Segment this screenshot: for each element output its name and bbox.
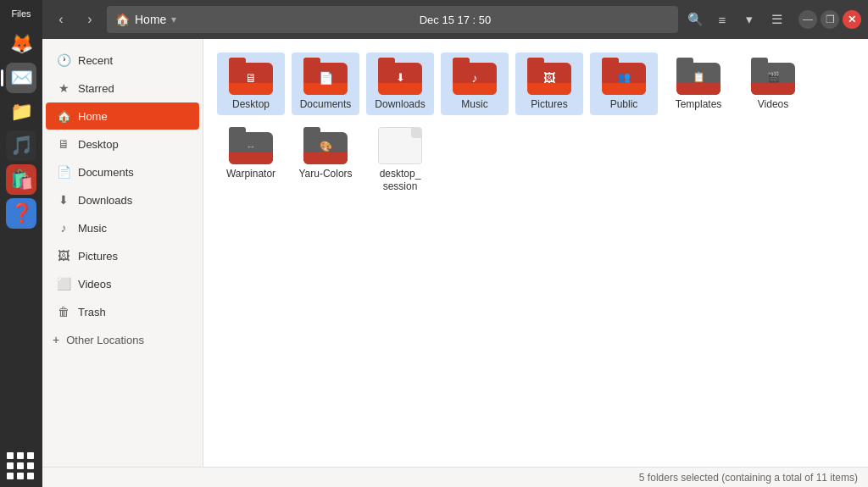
pictures-label: Pictures bbox=[531, 98, 567, 110]
file-item-music[interactable]: ♪ Music bbox=[441, 53, 509, 115]
dock-item-mail[interactable]: ✉️ bbox=[6, 63, 36, 93]
application-dock: Files 🦊 ✉️ 📁 🎵 🛍️ ❓ bbox=[0, 0, 42, 487]
sidebar-item-starred[interactable]: ★ Starred bbox=[46, 75, 199, 102]
sidebar-item-trash[interactable]: 🗑 Trash bbox=[46, 298, 199, 325]
dock-item-apps-grid[interactable] bbox=[6, 451, 36, 482]
downloads-folder-icon: ⬇ bbox=[378, 58, 422, 95]
sidebar-item-recent-label: Recent bbox=[78, 54, 113, 67]
sidebar-item-desktop[interactable]: 🖥 Desktop bbox=[46, 130, 199, 158]
sidebar-item-videos-label: Videos bbox=[78, 278, 112, 291]
warpinator-folder-icon: ↔ bbox=[229, 127, 273, 164]
sidebar-item-documents-label: Documents bbox=[78, 166, 134, 179]
downloads-icon: ⬇ bbox=[56, 193, 71, 207]
sidebar-item-music-label: Music bbox=[78, 222, 107, 235]
file-item-desktop-session[interactable]: desktop_session bbox=[366, 122, 434, 197]
sidebar-item-home-label: Home bbox=[78, 110, 108, 123]
documents-icon: 📄 bbox=[56, 165, 71, 179]
dock-item-store[interactable]: 🛍️ bbox=[6, 164, 36, 195]
file-item-templates[interactable]: 📋 Templates bbox=[665, 53, 732, 115]
desktop-icon: 🖥 bbox=[56, 137, 71, 151]
topbar: ‹ › 🏠 Home ▾ 🔍 ≡ ▾ ☰ — ❐ ✕ Dec 15 17 : 5… bbox=[42, 0, 868, 39]
downloads-label: Downloads bbox=[375, 98, 425, 110]
templates-folder-inner-icon: 📋 bbox=[693, 71, 705, 83]
file-item-warpinator[interactable]: ↔ Warpinator bbox=[217, 122, 285, 197]
yaru-colors-folder-inner-icon: 🎨 bbox=[320, 141, 332, 153]
sidebar-item-starred-label: Starred bbox=[78, 82, 114, 95]
sidebar-item-pictures-label: Pictures bbox=[78, 250, 118, 263]
recent-icon: 🕐 bbox=[56, 53, 71, 67]
activities-button[interactable]: Files bbox=[9, 5, 32, 22]
minimize-button[interactable]: — bbox=[798, 10, 817, 29]
file-item-desktop[interactable]: 🖥 Desktop bbox=[217, 53, 285, 115]
sidebar-item-home[interactable]: 🏠 Home bbox=[46, 102, 199, 130]
sidebar-item-downloads-label: Downloads bbox=[78, 194, 132, 207]
sidebar-item-other-locations[interactable]: + Other Locations bbox=[42, 326, 203, 353]
window-controls: — ❐ ✕ bbox=[798, 10, 861, 29]
music-folder-icon: ♪ bbox=[453, 58, 497, 95]
templates-label: Templates bbox=[676, 98, 722, 110]
file-area[interactable]: 🖥 Desktop 📄 Documents bbox=[203, 39, 868, 467]
desktop-session-file-icon bbox=[378, 127, 422, 164]
sidebar-item-downloads[interactable]: ⬇ Downloads bbox=[46, 186, 199, 213]
dock-item-files[interactable]: 📁 bbox=[6, 97, 36, 127]
location-bar[interactable]: 🏠 Home ▾ bbox=[107, 6, 678, 33]
location-text: Home bbox=[135, 13, 166, 26]
close-button[interactable]: ✕ bbox=[843, 10, 861, 29]
warpinator-folder-inner-icon: ↔ bbox=[246, 141, 256, 153]
yaru-colors-folder-icon: 🎨 bbox=[303, 127, 348, 164]
dock-item-firefox[interactable]: 🦊 bbox=[6, 29, 36, 59]
file-item-videos[interactable]: 🎬 Videos bbox=[739, 53, 807, 115]
maximize-button[interactable]: ❐ bbox=[821, 10, 839, 29]
file-item-public[interactable]: 👥 Public bbox=[590, 53, 658, 115]
documents-folder-inner-icon: 📄 bbox=[319, 71, 333, 85]
statusbar: 5 folders selected (containing a total o… bbox=[42, 467, 868, 487]
forward-button[interactable]: › bbox=[78, 8, 102, 31]
file-item-yaru-colors[interactable]: 🎨 Yaru-Colors bbox=[292, 122, 359, 197]
main-window: ‹ › 🏠 Home ▾ 🔍 ≡ ▾ ☰ — ❐ ✕ Dec 15 17 : 5… bbox=[42, 0, 868, 487]
public-folder-inner-icon: 👥 bbox=[618, 71, 631, 83]
pictures-folder-icon: 🖼 bbox=[527, 58, 571, 95]
starred-icon: ★ bbox=[56, 81, 71, 95]
file-item-documents[interactable]: 📄 Documents bbox=[292, 53, 359, 115]
file-grid: 🖥 Desktop 📄 Documents bbox=[217, 53, 854, 197]
dock-item-help[interactable]: ❓ bbox=[6, 198, 36, 229]
file-item-pictures[interactable]: 🖼 Pictures bbox=[515, 53, 583, 115]
videos-folder-inner-icon: 🎬 bbox=[767, 71, 780, 83]
music-label: Music bbox=[461, 98, 487, 110]
view-toggle-button[interactable]: ▾ bbox=[737, 8, 761, 31]
pictures-folder-inner-icon: 🖼 bbox=[543, 71, 555, 85]
sidebar-item-recent[interactable]: 🕐 Recent bbox=[46, 47, 199, 74]
yaru-colors-label: Yaru-Colors bbox=[298, 168, 352, 180]
other-locations-label: Other Locations bbox=[66, 334, 144, 346]
documents-folder-icon: 📄 bbox=[303, 58, 348, 95]
videos-file-label: Videos bbox=[758, 98, 788, 110]
sidebar-item-pictures[interactable]: 🖼 Pictures bbox=[46, 242, 199, 269]
documents-label: Documents bbox=[300, 98, 352, 110]
templates-folder-icon: 📋 bbox=[676, 58, 721, 95]
trash-icon: 🗑 bbox=[56, 305, 71, 318]
music-icon: ♪ bbox=[56, 221, 71, 235]
topbar-actions: 🔍 ≡ ▾ ☰ bbox=[683, 8, 788, 31]
sidebar: 🕐 Recent ★ Starred 🏠 Home 🖥 Desktop 📄 Do… bbox=[42, 39, 203, 467]
sidebar-item-music[interactable]: ♪ Music bbox=[46, 214, 199, 241]
dock-item-music[interactable]: 🎵 bbox=[6, 130, 36, 161]
desktop-folder-icon: 🖥 bbox=[229, 58, 273, 95]
back-button[interactable]: ‹ bbox=[49, 8, 73, 31]
public-label: Public bbox=[610, 98, 638, 110]
file-item-downloads[interactable]: ⬇ Downloads bbox=[366, 53, 434, 115]
public-folder-icon: 👥 bbox=[602, 58, 646, 95]
videos-folder-icon: 🎬 bbox=[751, 58, 795, 95]
search-button[interactable]: 🔍 bbox=[683, 8, 707, 31]
status-text: 5 folders selected (containing a total o… bbox=[639, 472, 858, 484]
sidebar-item-desktop-label: Desktop bbox=[78, 138, 119, 151]
view-list-button[interactable]: ≡ bbox=[710, 8, 734, 31]
home-sidebar-icon: 🏠 bbox=[56, 109, 71, 123]
other-locations-plus-icon: + bbox=[53, 333, 59, 346]
location-dropdown-arrow[interactable]: ▾ bbox=[171, 14, 176, 25]
content-area: 🕐 Recent ★ Starred 🏠 Home 🖥 Desktop 📄 Do… bbox=[42, 39, 868, 467]
desktop-session-label: desktop_session bbox=[380, 168, 421, 192]
sidebar-item-videos[interactable]: ⬜ Videos bbox=[46, 270, 199, 297]
menu-button[interactable]: ☰ bbox=[765, 8, 788, 31]
warpinator-label: Warpinator bbox=[226, 168, 275, 180]
sidebar-item-documents[interactable]: 📄 Documents bbox=[46, 158, 199, 185]
